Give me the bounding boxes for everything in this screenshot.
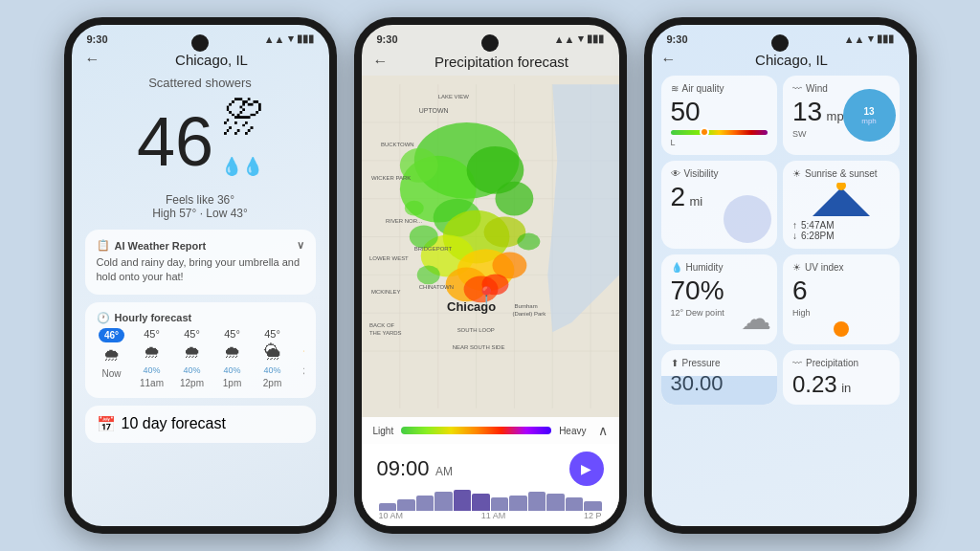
back-button-2[interactable]: ←	[373, 53, 389, 70]
hour-label-11: 11am	[140, 378, 164, 388]
hour-icon-2: 🌦	[264, 342, 281, 363]
time-label-10am: 10 AM	[379, 511, 404, 520]
hour-icon-3: ⛅	[302, 342, 304, 364]
legend-gradient	[401, 427, 551, 434]
map-screen: ← Precipitation forecast	[362, 49, 619, 526]
visibility-card: 👁 Visibility 2 mi	[661, 161, 778, 249]
precip-value: 0.23	[792, 371, 837, 397]
tbar3	[416, 496, 434, 511]
ten-day-label: 10 day forecast	[122, 415, 226, 432]
svg-text:📍: 📍	[475, 285, 497, 306]
status-icons-2: ▲▲ ▾ ▮▮▮	[554, 33, 604, 45]
hour-icon-now: 🌧	[103, 345, 121, 365]
ai-report-title: 📋 AI Weather Report ∨	[97, 239, 304, 252]
time-display: 09:00 AM	[377, 456, 454, 481]
ai-report-text: Cold and rainy day, bring your umbrella …	[97, 255, 304, 285]
hour-label-2: 2pm	[263, 378, 281, 388]
back-button-1[interactable]: ←	[85, 51, 100, 68]
details-screen: ← Chicago, IL ≋ Air quality 50 L 〰	[652, 49, 909, 526]
weather-screen: ← Chicago, IL Scattered showers 46 ⛈💧💧 F…	[72, 49, 329, 526]
hourly-title: 🕐 Hourly forecast	[97, 312, 304, 324]
air-quality-icon: ≋	[671, 83, 679, 94]
tbar4	[434, 492, 453, 511]
detail-grid: ≋ Air quality 50 L 〰 Wind 13 mph	[661, 76, 900, 405]
city-title-3: Chicago, IL	[684, 52, 900, 68]
hour-item-12: 45° 🌧 40% 12pm	[177, 328, 208, 388]
uv-title: ☀ UV index	[792, 262, 890, 273]
uv-icon: ☀	[792, 262, 801, 273]
humidity-icon: 💧	[671, 262, 682, 273]
precip-title: 〰 Precipitation	[792, 358, 890, 368]
status-icons-3: ▲▲ ▾ ▮▮▮	[844, 33, 894, 45]
collapse-icon[interactable]: ∨	[297, 239, 304, 252]
play-button[interactable]: ▶	[569, 452, 604, 486]
aqi-bar	[671, 130, 768, 135]
hour-icon-12: 🌧	[184, 342, 201, 363]
pressure-wave	[661, 376, 778, 405]
time-control-bar: 09:00 AM ▶	[362, 444, 619, 526]
hour-temp-1: 45°	[224, 328, 240, 340]
city-title-1: Chicago, IL	[108, 52, 316, 68]
phone-map: 9:30 ▲▲ ▾ ▮▮▮ ← Precipitation forecast	[354, 17, 627, 534]
svg-point-31	[404, 201, 423, 216]
hour-label-1: 1pm	[223, 378, 241, 388]
battery-icon: ▮▮▮	[297, 33, 314, 45]
svg-text:THE YARDS: THE YARDS	[368, 330, 401, 336]
hourly-scroll[interactable]: 46° 🌧 Now 45° 🌧 40% 11am 45° 🌧 40% 12pm	[97, 328, 304, 388]
svg-text:LOWER WEST: LOWER WEST	[368, 255, 408, 261]
status-bar-3: 9:30 ▲▲ ▾ ▮▮▮	[652, 25, 909, 49]
pressure-title: ⬆ Pressure	[671, 358, 768, 368]
tbar10	[546, 494, 565, 511]
precipitation-card: 〰 Precipitation 0.23 in	[783, 350, 900, 405]
weather-condition: Scattered showers	[85, 76, 316, 90]
air-quality-value: 50	[671, 98, 768, 127]
status-time-1: 9:30	[87, 33, 108, 45]
pressure-card: ⬆ Pressure 30.00	[661, 350, 778, 405]
visibility-circle	[724, 195, 771, 243]
air-quality-title: ≋ Air quality	[671, 83, 768, 94]
legend-light-label: Light	[373, 426, 394, 436]
tbar2	[397, 499, 415, 511]
sunrise-title: ☀ Sunrise & sunset	[792, 168, 890, 179]
time-value: 09:00	[377, 456, 430, 480]
hour-item-1: 45° 🌧 40% 1pm	[217, 328, 248, 388]
hour-temp-11: 45°	[144, 328, 160, 340]
hour-temp-now: 46°	[99, 328, 124, 342]
wifi-icon-3: ▾	[868, 33, 874, 45]
phone-details: 9:30 ▲▲ ▾ ▮▮▮ ← Chicago, IL ≋ Air qualit…	[644, 17, 917, 534]
wind-value: 13	[792, 97, 822, 126]
battery-icon-2: ▮▮▮	[587, 33, 604, 45]
svg-point-30	[517, 233, 540, 251]
status-icons-1: ▲▲ ▾ ▮▮▮	[264, 33, 314, 45]
svg-text:WICKER PARK: WICKER PARK	[370, 175, 410, 181]
svg-point-29	[416, 265, 439, 284]
clock-icon: 🕐	[97, 312, 110, 324]
status-bar-2: 9:30 ▲▲ ▾ ▮▮▮	[362, 25, 619, 49]
sunset-time-row: ↓ 6:28PM	[792, 231, 890, 241]
cloud-icon: ☁	[741, 300, 771, 337]
signal-icon-2: ▲▲	[554, 33, 575, 45]
signal-icon: ▲▲	[264, 33, 285, 45]
sunrise-time: 5:47AM	[801, 220, 834, 231]
timeline[interactable]: 10 AM 11 AM 12 P	[377, 490, 604, 518]
svg-point-28	[409, 226, 437, 249]
nav-bar-1: ← Chicago, IL	[85, 49, 316, 76]
hour-item-11: 45° 🌧 40% 11am	[137, 328, 167, 388]
visibility-title: 👁 Visibility	[671, 168, 768, 179]
collapse-legend-button[interactable]: ∧	[598, 423, 608, 438]
pressure-icon: ⬆	[671, 358, 679, 368]
wifi-icon-2: ▾	[578, 33, 584, 45]
weather-icon-big: ⛈💧💧	[221, 94, 263, 189]
hour-precip-2: 40%	[263, 365, 280, 375]
sunrise-icon: ☀	[792, 168, 801, 179]
hour-icon-1: 🌧	[224, 342, 241, 363]
status-time-3: 9:30	[667, 33, 688, 45]
back-button-3[interactable]: ←	[661, 51, 677, 68]
wind-circle-value: 13	[863, 106, 874, 117]
ten-day-card[interactable]: 📅 10 day forecast	[85, 406, 316, 443]
tbar11	[566, 497, 584, 511]
wind-circle-unit: mph	[861, 117, 877, 125]
calendar-icon: 📅	[97, 415, 116, 433]
precipitation-map[interactable]: UPTOWN BUCKTOWN WICKER PARK RIVER NOR...…	[362, 76, 619, 417]
sunrise-up-icon: ↑	[792, 220, 797, 231]
